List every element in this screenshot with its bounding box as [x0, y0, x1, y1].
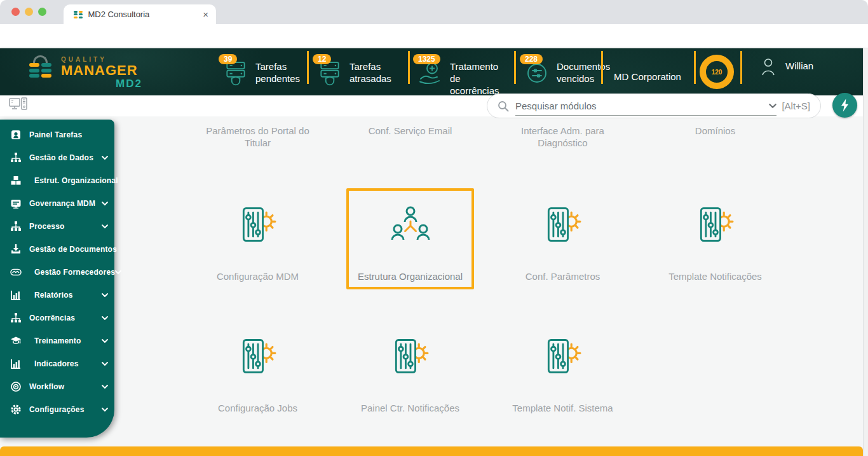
sidebar-item-workflow[interactable]: Workflow: [0, 375, 114, 398]
maximize-window-button[interactable]: [38, 8, 46, 16]
sidebar-item-gestao-fornecedores[interactable]: Gestão Fornecedores: [0, 261, 114, 284]
chevron-down-icon: [102, 293, 108, 297]
module-tile-partial[interactable]: Domínios: [651, 125, 779, 137]
module-tile-label: Conf. Parâmetros: [499, 271, 627, 282]
sidebar-item-treinamento[interactable]: Treinamento: [0, 329, 114, 352]
module-tile-conf-parametros[interactable]: Conf. Parâmetros: [499, 188, 627, 289]
sidebar-item-ocorrencias[interactable]: Ocorrências: [0, 307, 114, 329]
minimize-window-button[interactable]: [25, 8, 33, 16]
sidebar-item-label: Governança MDM: [29, 199, 102, 208]
browser-toolbar: ← → md2consultoria.com.br/lgpd_process/p…: [0, 24, 868, 48]
module-search: [Alt+S]: [487, 93, 821, 118]
sidebar-item-indicadores[interactable]: Indicadores: [0, 352, 114, 375]
tab-title: MD2 Consultoria: [88, 10, 203, 19]
sidebar-item-relatorios[interactable]: Relatórios: [0, 284, 114, 307]
workstation-icon[interactable]: [9, 97, 28, 111]
chevron-down-icon[interactable]: [769, 104, 776, 108]
header-divider: [694, 51, 696, 84]
logo-manager-text: MANAGER: [61, 63, 142, 78]
sidebar-item-label: Painel Tarefas: [29, 130, 108, 139]
stat-tarefas-atrasadas[interactable]: 12 Tarefas atrasadas: [318, 57, 397, 86]
module-tile-partial[interactable]: Parâmetros do Portal do Titular: [194, 125, 322, 149]
header-divider: [514, 51, 516, 84]
chevron-down-icon: [102, 225, 108, 228]
search-input[interactable]: [515, 100, 769, 111]
count-badge: 12: [313, 54, 331, 64]
sidebar-item-label: Gestão Fornecedores: [34, 268, 115, 277]
score-ring[interactable]: 120: [700, 55, 734, 89]
module-tile-label: Configuração Jobs: [194, 403, 322, 413]
sidebar-item-processo[interactable]: Processo: [0, 215, 114, 238]
sliders-gear-icon: [541, 205, 585, 244]
task-shield-icon: 12: [318, 60, 343, 86]
module-tile-template-notif-sistema[interactable]: Template Notif. Sistema: [499, 320, 627, 421]
sliders-gear-icon: [694, 205, 737, 244]
hand-plus-icon: 1325: [418, 60, 444, 86]
chevron-down-icon: [102, 202, 108, 205]
gear-icon: [8, 404, 24, 415]
company-name[interactable]: MD Corporation: [601, 71, 694, 82]
module-tile-label: Estrutura Organizacional: [349, 271, 471, 282]
module-tile-estrutura-organizacional-selected[interactable]: Estrutura Organizacional: [346, 188, 474, 289]
page-scrollbar[interactable]: [863, 48, 868, 456]
org-chart-icon: [390, 205, 431, 244]
site-favicon: [74, 11, 83, 18]
chevron-down-icon: [102, 156, 108, 160]
sidebar-item-label: Ocorrências: [29, 314, 102, 322]
app-header: QUALITY MANAGER MD2 39 Tarefas pendentes…: [0, 48, 863, 95]
user-menu[interactable]: Willian: [760, 57, 813, 76]
sidebar-item-configuracoes[interactable]: Configurações: [0, 398, 114, 421]
tab-close-icon[interactable]: ×: [203, 9, 208, 20]
module-tile-partial[interactable]: Conf. Serviço Email: [346, 125, 474, 137]
browser-window: MD2 Consultoria × ← → md2consultoria.com…: [0, 0, 868, 456]
module-tile-painel-ctr-notificacoes[interactable]: Painel Ctr. Notificações: [346, 320, 474, 421]
card-lines-icon: [8, 198, 24, 209]
sidebar-item-governanca-mdm[interactable]: Governança MDM: [0, 192, 114, 215]
quick-action-button[interactable]: [832, 93, 857, 118]
header-divider: [740, 51, 742, 84]
module-tile-configuracao-jobs[interactable]: Configuração Jobs: [194, 320, 322, 421]
sidebar-item-gestao-de-documentos[interactable]: Gestão de Documentos: [0, 238, 114, 261]
module-tile-label: Painel Ctr. Notificações: [346, 403, 474, 413]
user-person-icon: [760, 57, 776, 76]
person-badge-icon: [8, 129, 24, 141]
search-icon: [498, 100, 509, 112]
sidebar-item-label: Processo: [29, 222, 102, 231]
sidebar-item-painel-tarefas[interactable]: Painel Tarefas: [0, 123, 114, 146]
module-tile-partial[interactable]: Interface Adm. para Diagnóstico: [499, 125, 627, 149]
module-toolbar: [Alt+S]: [0, 95, 863, 116]
sidebar-item-label: Workflow: [29, 382, 102, 391]
sidebar-menu: Painel Tarefas Gestão de Dados Estrut. O…: [0, 120, 114, 438]
sidebar-item-label: Gestão de Documentos: [29, 245, 117, 254]
sidebar-item-label: Gestão de Dados: [29, 153, 102, 162]
browser-tab[interactable]: MD2 Consultoria ×: [64, 4, 216, 24]
stat-tratamento-ocorrencias[interactable]: 1325 Tratamento de ocorrências: [418, 57, 511, 97]
download-icon: [8, 244, 24, 255]
sitemap-icon: [8, 152, 24, 163]
close-window-button[interactable]: [11, 8, 20, 16]
sitemap-icon: [8, 221, 24, 232]
chevron-down-icon: [102, 339, 108, 343]
task-shield-icon: 39: [224, 60, 249, 86]
sidebar-item-estrut-organizacional[interactable]: Estrut. Organizacional: [0, 169, 114, 192]
chevron-down-icon: [102, 385, 108, 389]
sidebar-item-label: Configurações: [29, 405, 102, 414]
module-tile-label: Template Notificações: [651, 271, 779, 282]
sidebar-item-label: Indicadores: [34, 359, 102, 368]
sitemap-icon: [8, 312, 24, 324]
stat-tarefas-pendentes[interactable]: 39 Tarefas pendentes: [224, 57, 301, 86]
stat-documentos-vencidos[interactable]: 228 Documentos vencidos: [525, 57, 600, 86]
browser-tab-strip: MD2 Consultoria ×: [0, 0, 868, 24]
module-tile-label: Template Notif. Sistema: [499, 403, 627, 413]
modules-grid: Parâmetros do Portal do Titular Conf. Se…: [0, 116, 863, 456]
sliders-gear-icon: [236, 205, 280, 244]
module-tile-template-notificacoes[interactable]: Template Notificações: [651, 188, 779, 289]
module-tile-label: Configuração MDM: [194, 271, 322, 282]
module-tile-configuracao-mdm[interactable]: Configuração MDM: [194, 188, 322, 289]
handshake-icon: [8, 266, 24, 278]
count-badge: 1325: [413, 54, 440, 64]
count-badge: 228: [520, 54, 543, 64]
bar-chart-icon: [8, 289, 24, 301]
header-divider: [307, 51, 309, 84]
sidebar-item-gestao-de-dados[interactable]: Gestão de Dados: [0, 146, 114, 169]
